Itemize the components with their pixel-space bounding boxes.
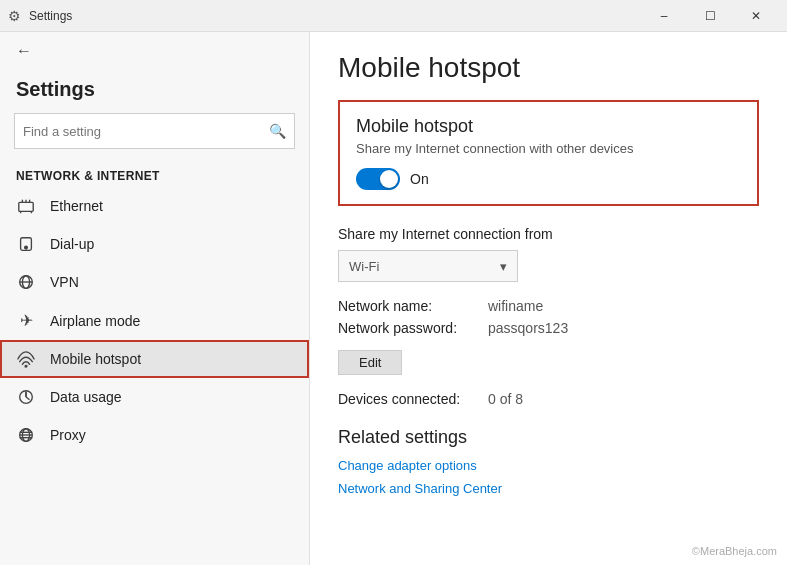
- page-title: Mobile hotspot: [338, 52, 759, 84]
- airplane-icon: ✈: [16, 311, 36, 330]
- close-button[interactable]: ✕: [733, 0, 779, 32]
- sidebar-item-vpn[interactable]: VPN: [0, 263, 309, 301]
- network-password-value: passqors123: [488, 320, 568, 336]
- sidebar-item-airplane[interactable]: ✈ Airplane mode: [0, 301, 309, 340]
- sidebar-item-datausage[interactable]: Data usage: [0, 378, 309, 416]
- sidebar-section-title: Network & Internet: [0, 161, 309, 187]
- change-adapter-link[interactable]: Change adapter options: [338, 458, 759, 473]
- settings-icon: ⚙: [8, 8, 21, 24]
- network-name-value: wifiname: [488, 298, 543, 314]
- sidebar-header: Settings: [0, 70, 309, 113]
- network-name-label: Network name:: [338, 298, 488, 314]
- proxy-icon: [16, 426, 36, 444]
- sidebar-label-vpn: VPN: [50, 274, 79, 290]
- vpn-icon: [16, 273, 36, 291]
- share-label: Share my Internet connection from: [338, 226, 759, 242]
- sidebar-label-datausage: Data usage: [50, 389, 122, 405]
- back-button[interactable]: ←: [0, 32, 309, 70]
- wifi-dropdown[interactable]: Wi-Fi ▾: [338, 250, 518, 282]
- devices-value: 0 of 8: [488, 391, 523, 407]
- sharing-center-link[interactable]: Network and Sharing Center: [338, 481, 759, 496]
- devices-row: Devices connected: 0 of 8: [338, 391, 759, 407]
- sidebar-item-ethernet[interactable]: Ethernet: [0, 187, 309, 225]
- sidebar-label-ethernet: Ethernet: [50, 198, 103, 214]
- related-settings-title: Related settings: [338, 427, 759, 448]
- edit-button[interactable]: Edit: [338, 350, 402, 375]
- svg-rect-0: [19, 202, 33, 211]
- hotspot-toggle[interactable]: [356, 168, 400, 190]
- ethernet-icon: [16, 197, 36, 215]
- title-bar-title: Settings: [29, 9, 72, 23]
- devices-label: Devices connected:: [338, 391, 488, 407]
- search-input[interactable]: [23, 124, 269, 139]
- sidebar-label-airplane: Airplane mode: [50, 313, 140, 329]
- title-bar: ⚙ Settings – ☐ ✕: [0, 0, 787, 32]
- minimize-button[interactable]: –: [641, 0, 687, 32]
- network-password-row: Network password: passqors123: [338, 320, 759, 336]
- toggle-label: On: [410, 171, 429, 187]
- search-icon: 🔍: [269, 123, 286, 139]
- datausage-icon: [16, 388, 36, 406]
- title-bar-controls: – ☐ ✕: [641, 0, 779, 32]
- network-password-label: Network password:: [338, 320, 488, 336]
- sidebar-item-proxy[interactable]: Proxy: [0, 416, 309, 454]
- maximize-button[interactable]: ☐: [687, 0, 733, 32]
- back-arrow-icon: ←: [16, 42, 32, 60]
- sidebar-label-hotspot: Mobile hotspot: [50, 351, 141, 367]
- search-box[interactable]: 🔍: [14, 113, 295, 149]
- svg-point-11: [25, 365, 27, 367]
- dropdown-value: Wi-Fi: [349, 259, 379, 274]
- main-layout: ← Settings 🔍 Network & Internet Ethernet: [0, 32, 787, 565]
- title-bar-left: ⚙ Settings: [8, 8, 72, 24]
- dialup-icon: [16, 235, 36, 253]
- toggle-row: On: [356, 168, 741, 190]
- share-section: Share my Internet connection from Wi-Fi …: [338, 226, 759, 282]
- hotspot-section: Mobile hotspot Share my Internet connect…: [338, 100, 759, 206]
- content-area: Mobile hotspot Mobile hotspot Share my I…: [310, 32, 787, 565]
- sidebar-item-dialup[interactable]: Dial-up: [0, 225, 309, 263]
- hotspot-section-desc: Share my Internet connection with other …: [356, 141, 741, 156]
- sidebar-item-hotspot[interactable]: Mobile hotspot: [0, 340, 309, 378]
- hotspot-icon: [16, 350, 36, 368]
- hotspot-section-title: Mobile hotspot: [356, 116, 741, 137]
- dropdown-arrow-icon: ▾: [500, 259, 507, 274]
- sidebar: ← Settings 🔍 Network & Internet Ethernet: [0, 32, 310, 565]
- network-name-row: Network name: wifiname: [338, 298, 759, 314]
- network-info: Network name: wifiname Network password:…: [338, 298, 759, 375]
- svg-point-7: [25, 246, 28, 249]
- related-settings: Related settings Change adapter options …: [338, 427, 759, 496]
- sidebar-label-dialup: Dial-up: [50, 236, 94, 252]
- toggle-thumb: [380, 170, 398, 188]
- sidebar-label-proxy: Proxy: [50, 427, 86, 443]
- watermark: ©MeraBheja.com: [692, 545, 777, 557]
